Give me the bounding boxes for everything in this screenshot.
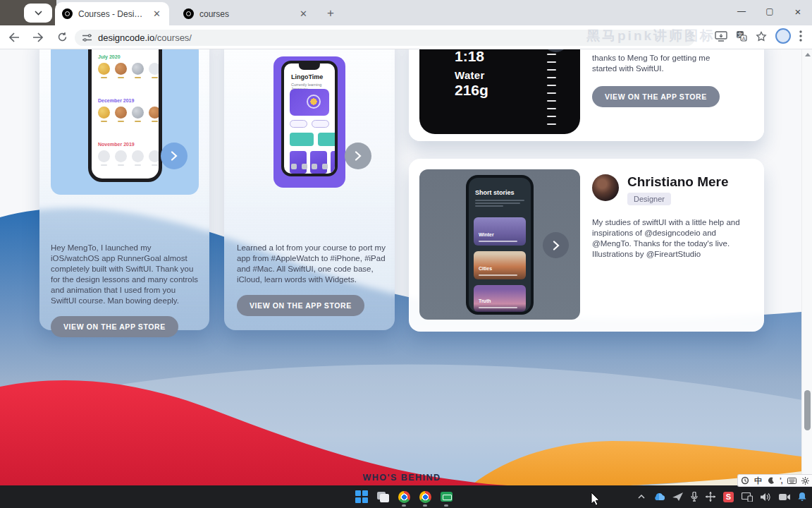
svg-text:A: A bbox=[742, 36, 746, 41]
gray-medal-icon bbox=[98, 150, 110, 162]
windows-icon bbox=[355, 490, 368, 503]
view-app-store-button[interactable]: VIEW ON THE APP STORE bbox=[51, 316, 178, 337]
running-indicator bbox=[423, 504, 427, 507]
silver-medal-icon bbox=[132, 63, 144, 75]
site-info-icon bbox=[82, 33, 92, 42]
person-name: Christiano Mere bbox=[627, 174, 729, 190]
text-placeholder bbox=[475, 200, 524, 207]
gold-medal-icon bbox=[98, 63, 110, 75]
install-icon[interactable] bbox=[715, 31, 727, 42]
testimonial-card-lingotime: LingoTime Currently learning Japanese Le… bbox=[224, 49, 395, 330]
kana-cards bbox=[290, 133, 338, 146]
courses-favicon bbox=[183, 8, 194, 19]
tab-bar bbox=[291, 164, 328, 169]
next-slide-button[interactable] bbox=[161, 143, 187, 169]
medal-row bbox=[98, 107, 161, 119]
omnibox[interactable]: designcode.io/courses/ bbox=[75, 30, 695, 46]
tab-close-icon[interactable]: ✕ bbox=[298, 8, 309, 19]
lingotime-phone: LingoTime Currently learning Japanese bbox=[281, 61, 338, 176]
scrollbar-thumb[interactable] bbox=[804, 390, 811, 430]
file-explorer-button[interactable] bbox=[376, 490, 389, 503]
scrollbar[interactable] bbox=[801, 49, 812, 485]
gear-icon[interactable] bbox=[801, 477, 809, 485]
camera-icon[interactable] bbox=[779, 493, 790, 501]
ime-toolbar: 中 ’, bbox=[737, 474, 812, 487]
chevron-right-icon bbox=[355, 151, 362, 161]
microphone-icon[interactable] bbox=[691, 492, 698, 502]
app-title: LingoTime bbox=[291, 73, 323, 80]
forward-button[interactable] bbox=[28, 28, 48, 47]
bronze-medal-icon bbox=[115, 107, 127, 119]
bronze-medal-icon bbox=[149, 107, 161, 119]
reload-icon bbox=[57, 32, 68, 42]
chrome-icon bbox=[419, 491, 431, 503]
short-stories-phone: Short stories Winter Cities Truth bbox=[466, 175, 534, 315]
maximize-button[interactable]: ▢ bbox=[756, 0, 784, 23]
story-card-cities[interactable]: Cities bbox=[474, 251, 526, 279]
translate-icon[interactable]: 文A bbox=[736, 30, 747, 42]
ime-mode-chinese[interactable]: 中 bbox=[754, 476, 762, 486]
speaker-icon[interactable] bbox=[761, 492, 771, 502]
window-stack-icon bbox=[377, 492, 389, 502]
chevron-up-icon[interactable] bbox=[638, 495, 645, 499]
water-value: 216g bbox=[455, 82, 488, 99]
profile-avatar[interactable] bbox=[775, 28, 791, 44]
close-button[interactable]: × bbox=[784, 0, 812, 23]
water-app-screen: Ratio 1:18 Water 216g bbox=[419, 49, 580, 134]
reload-button[interactable] bbox=[52, 28, 72, 47]
tab-search-button[interactable] bbox=[24, 4, 52, 23]
view-app-store-button[interactable]: VIEW ON THE APP STORE bbox=[237, 295, 364, 316]
tab-close-icon[interactable]: ✕ bbox=[152, 8, 162, 19]
gold-medal-icon bbox=[98, 107, 110, 119]
bell-icon[interactable] bbox=[798, 492, 806, 502]
page-viewport: WHO'S BEHIND Achievements July 2020 Dece… bbox=[0, 49, 801, 485]
phone-notch bbox=[299, 64, 320, 70]
app-title: Short stories bbox=[475, 189, 515, 196]
next-slide-button[interactable] bbox=[543, 232, 569, 258]
testimonial-text: Hey MengTo, I launched my iOS/watchOS ap… bbox=[51, 243, 201, 306]
story-card-winter[interactable]: Winter bbox=[474, 217, 526, 246]
window-controls: — ▢ × bbox=[727, 0, 812, 23]
tab-title: Courses - Design+Code bbox=[78, 9, 146, 19]
word-tiles bbox=[290, 151, 338, 174]
crosshair-icon[interactable] bbox=[706, 492, 715, 502]
back-button[interactable] bbox=[4, 28, 24, 47]
story-card-truth[interactable]: Truth bbox=[474, 285, 526, 312]
story-title: Cities bbox=[479, 266, 492, 271]
chrome-button-1[interactable] bbox=[398, 490, 410, 503]
chrome-icon bbox=[398, 491, 410, 503]
menu-dots-icon[interactable] bbox=[799, 30, 802, 42]
chrome-button-2[interactable] bbox=[419, 490, 431, 503]
testimonial-text: Learned a lot from your course to port m… bbox=[237, 243, 386, 285]
cloud-icon[interactable] bbox=[653, 492, 665, 501]
avatar bbox=[592, 174, 619, 201]
water-label: Water bbox=[455, 69, 485, 81]
moon-icon[interactable] bbox=[768, 477, 775, 484]
triangle-up-icon bbox=[805, 53, 811, 56]
gray-medal-icon bbox=[115, 150, 127, 162]
ime-logo-icon[interactable] bbox=[741, 476, 749, 485]
cast-screen-icon[interactable] bbox=[742, 492, 753, 502]
scroll-up-button[interactable] bbox=[802, 49, 812, 60]
next-slide-button[interactable] bbox=[345, 143, 371, 169]
bookmark-star-icon[interactable] bbox=[756, 31, 767, 42]
action-buttons bbox=[290, 120, 329, 128]
recorder-button[interactable] bbox=[440, 490, 453, 503]
view-app-store-button[interactable]: VIEW ON THE APP STORE bbox=[592, 86, 720, 107]
paper-plane-icon[interactable] bbox=[672, 492, 683, 501]
testimonial-card-water: Ratio 1:18 Water 216g thanks to Meng To … bbox=[409, 49, 764, 141]
start-button[interactable] bbox=[355, 490, 368, 503]
new-tab-button[interactable]: + bbox=[323, 6, 338, 21]
s-badge-icon[interactable]: S bbox=[723, 492, 734, 502]
chevron-right-icon bbox=[553, 241, 560, 250]
punctuation-icon[interactable]: ’, bbox=[780, 477, 782, 485]
tab-courses[interactable]: courses ✕ bbox=[176, 2, 316, 25]
running-indicator bbox=[402, 504, 406, 507]
recorder-icon bbox=[441, 492, 453, 502]
designcode-favicon bbox=[62, 8, 73, 19]
keyboard-icon[interactable] bbox=[787, 478, 796, 484]
running-indicator bbox=[444, 504, 448, 507]
minimize-button[interactable]: — bbox=[727, 0, 756, 23]
tab-courses-designcode[interactable]: Courses - Design+Code ✕ bbox=[55, 2, 169, 25]
url-text[interactable]: designcode.io/courses/ bbox=[98, 32, 192, 43]
